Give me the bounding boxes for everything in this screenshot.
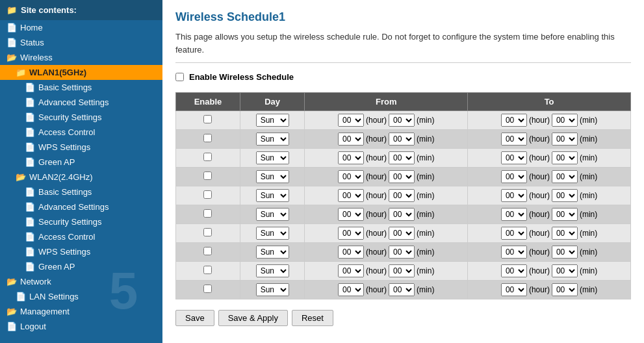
page-title: Wireless Schedule1: [175, 10, 631, 24]
sidebar-item-wlan1-basic[interactable]: 📄Basic Settings: [0, 80, 162, 95]
sidebar-item-lan-settings[interactable]: 📄LAN Settings: [0, 289, 162, 304]
from-min-select-4[interactable]: 00153045: [389, 189, 415, 202]
row-enable-checkbox-6[interactable]: [203, 228, 212, 236]
to-hour-select-8[interactable]: 0001020304050607080910111213141516171819…: [501, 264, 527, 277]
from-min-select-8[interactable]: 00153045: [389, 264, 415, 277]
day-select-0[interactable]: SunMonTueWedThuFriSat: [256, 114, 289, 127]
item-label-wlan1-security: Security Settings: [38, 112, 102, 122]
to-hour-select-1[interactable]: 0001020304050607080910111213141516171819…: [501, 133, 527, 146]
from-hour-select-3[interactable]: 0001020304050607080910111213141516171819…: [338, 170, 364, 183]
to-min-select-6[interactable]: 00153045: [552, 227, 578, 240]
schedule-table: Enable Day From To SunMonTueWedThuFriSat…: [175, 92, 631, 299]
col-from: From: [305, 93, 468, 111]
row-enable-checkbox-7[interactable]: [203, 247, 212, 255]
sidebar-item-wlan2-access[interactable]: 📄Access Control: [0, 229, 162, 244]
from-hour-select-6[interactable]: 0001020304050607080910111213141516171819…: [338, 227, 364, 240]
sidebar-item-wireless[interactable]: 📂Wireless: [0, 50, 162, 65]
from-min-select-3[interactable]: 00153045: [389, 170, 415, 183]
sidebar-item-wlan1-advanced[interactable]: 📄Advanced Settings: [0, 95, 162, 110]
day-select-9[interactable]: SunMonTueWedThuFriSat: [256, 283, 289, 296]
to-min-select-2[interactable]: 00153045: [552, 151, 578, 164]
sidebar-item-logout[interactable]: 📄Logout: [0, 319, 162, 334]
to-min-select-1[interactable]: 00153045: [552, 133, 578, 146]
row-enable-checkbox-5[interactable]: [203, 209, 212, 218]
sidebar-item-wlan1-greenap[interactable]: 📄Green AP: [0, 155, 162, 170]
sidebar-item-wlan2-wps[interactable]: 📄WPS Settings: [0, 244, 162, 259]
sidebar-item-wlan2-greenap[interactable]: 📄Green AP: [0, 259, 162, 274]
item-icon-logout: 📄: [6, 322, 17, 331]
day-select-3[interactable]: SunMonTueWedThuFriSat: [256, 170, 289, 183]
divider: [175, 62, 631, 63]
from-hour-select-1[interactable]: 0001020304050607080910111213141516171819…: [338, 133, 364, 146]
day-select-5[interactable]: SunMonTueWedThuFriSat: [256, 208, 289, 221]
to-hour-select-3[interactable]: 0001020304050607080910111213141516171819…: [501, 170, 527, 183]
to-hour-select-2[interactable]: 0001020304050607080910111213141516171819…: [501, 151, 527, 164]
day-select-1[interactable]: SunMonTueWedThuFriSat: [256, 133, 289, 146]
sidebar-item-wlan2-advanced[interactable]: 📄Advanced Settings: [0, 199, 162, 214]
from-min-select-2[interactable]: 00153045: [389, 151, 415, 164]
to-min-select-7[interactable]: 00153045: [552, 246, 578, 259]
from-hour-select-0[interactable]: 0001020304050607080910111213141516171819…: [338, 114, 364, 127]
sidebar-item-home[interactable]: 📄Home: [0, 20, 162, 35]
day-select-8[interactable]: SunMonTueWedThuFriSat: [256, 264, 289, 277]
sidebar-item-network[interactable]: 📂Network: [0, 274, 162, 289]
sidebar-item-wlan1-security[interactable]: 📄Security Settings: [0, 110, 162, 125]
table-row: SunMonTueWedThuFriSat0001020304050607080…: [176, 168, 631, 186]
from-min-select-5[interactable]: 00153045: [389, 208, 415, 221]
row-enable-checkbox-9[interactable]: [203, 285, 212, 293]
to-hour-select-7[interactable]: 0001020304050607080910111213141516171819…: [501, 246, 527, 259]
day-select-6[interactable]: SunMonTueWedThuFriSat: [256, 227, 289, 240]
sidebar-item-management[interactable]: 📂Management: [0, 304, 162, 319]
day-select-7[interactable]: SunMonTueWedThuFriSat: [256, 246, 289, 259]
to-min-select-8[interactable]: 00153045: [552, 264, 578, 277]
day-select-2[interactable]: SunMonTueWedThuFriSat: [256, 151, 289, 164]
item-icon-wlan1-greenap: 📄: [25, 157, 35, 167]
to-hour-select-5[interactable]: 0001020304050607080910111213141516171819…: [501, 208, 527, 221]
sidebar-item-wlan2[interactable]: 📂WLAN2(2.4GHz): [0, 170, 162, 184]
sidebar-item-status[interactable]: 📄Status: [0, 35, 162, 50]
from-min-select-9[interactable]: 00153045: [389, 283, 415, 296]
row-enable-checkbox-2[interactable]: [203, 153, 212, 161]
from-hour-select-9[interactable]: 0001020304050607080910111213141516171819…: [338, 283, 364, 296]
row-enable-checkbox-3[interactable]: [203, 172, 212, 180]
from-hour-select-8[interactable]: 0001020304050607080910111213141516171819…: [338, 264, 364, 277]
from-hour-select-7[interactable]: 0001020304050607080910111213141516171819…: [338, 246, 364, 259]
sidebar-item-wlan1[interactable]: 📁WLAN1(5GHz): [0, 65, 162, 80]
to-min-select-0[interactable]: 00153045: [552, 114, 578, 127]
to-hour-select-4[interactable]: 0001020304050607080910111213141516171819…: [501, 189, 527, 202]
row-enable-checkbox-0[interactable]: [203, 115, 212, 123]
save-button[interactable]: Save: [175, 310, 214, 326]
to-min-select-9[interactable]: 00153045: [552, 283, 578, 296]
row-enable-checkbox-8[interactable]: [203, 266, 212, 274]
from-min-select-0[interactable]: 00153045: [389, 114, 415, 127]
to-hour-select-6[interactable]: 0001020304050607080910111213141516171819…: [501, 227, 527, 240]
from-hour-select-4[interactable]: 0001020304050607080910111213141516171819…: [338, 189, 364, 202]
from-min-select-7[interactable]: 00153045: [389, 246, 415, 259]
item-label-wlan2-security: Security Settings: [38, 217, 102, 227]
day-select-4[interactable]: SunMonTueWedThuFriSat: [256, 189, 289, 202]
table-row: SunMonTueWedThuFriSat0001020304050607080…: [176, 281, 631, 299]
row-enable-checkbox-4[interactable]: [203, 190, 212, 199]
enable-schedule-checkbox[interactable]: [175, 73, 184, 81]
sidebar-item-wlan2-basic[interactable]: 📄Basic Settings: [0, 184, 162, 199]
to-hour-select-9[interactable]: 0001020304050607080910111213141516171819…: [501, 283, 527, 296]
from-min-select-6[interactable]: 00153045: [389, 227, 415, 240]
item-label-wlan1: WLAN1(5GHz): [29, 68, 86, 77]
save-apply-button[interactable]: Save & Apply: [218, 310, 288, 326]
sidebar-item-wlan1-access[interactable]: 📄Access Control: [0, 125, 162, 140]
item-icon-wlan1-basic: 📄: [25, 83, 35, 92]
reset-button[interactable]: Reset: [292, 310, 333, 326]
item-icon-lan-settings: 📄: [16, 292, 26, 301]
from-min-select-1[interactable]: 00153045: [389, 133, 415, 146]
sidebar-item-wlan1-wps[interactable]: 📄WPS Settings: [0, 140, 162, 155]
item-label-logout: Logout: [20, 322, 46, 331]
to-min-select-3[interactable]: 00153045: [552, 170, 578, 183]
item-label-lan-settings: LAN Settings: [29, 292, 79, 301]
from-hour-select-2[interactable]: 0001020304050607080910111213141516171819…: [338, 151, 364, 164]
from-hour-select-5[interactable]: 0001020304050607080910111213141516171819…: [338, 208, 364, 221]
to-min-select-4[interactable]: 00153045: [552, 189, 578, 202]
to-hour-select-0[interactable]: 0001020304050607080910111213141516171819…: [501, 114, 527, 127]
to-min-select-5[interactable]: 00153045: [552, 208, 578, 221]
sidebar-item-wlan2-security[interactable]: 📄Security Settings: [0, 214, 162, 229]
row-enable-checkbox-1[interactable]: [203, 134, 212, 142]
